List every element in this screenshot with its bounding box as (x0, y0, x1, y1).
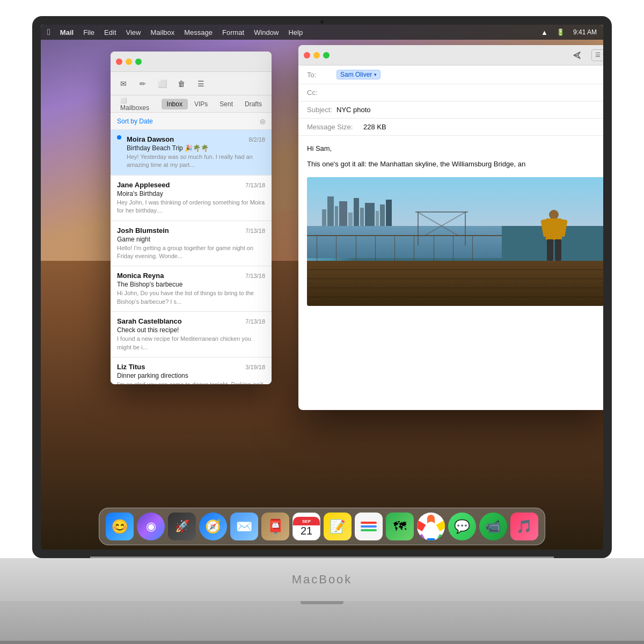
menubar-time: 9:41 AM (573, 28, 597, 36)
dock-finder[interactable]: 😊 (106, 513, 134, 540)
nyc-photo (307, 177, 603, 306)
compose-minimize-button[interactable] (313, 52, 320, 58)
tab-vips[interactable]: VIPs (189, 99, 213, 109)
to-field-row: To: Sam Oliver ▾ (298, 65, 603, 84)
macbook-frame:  Mail File Edit View Mailbox Message Fo… (32, 16, 612, 558)
recipient-token[interactable]: Sam Oliver ▾ (336, 70, 380, 79)
close-button[interactable] (116, 58, 122, 65)
send-icon (573, 51, 581, 60)
screen:  Mail File Edit View Mailbox Message Fo… (41, 25, 603, 550)
menubar-format[interactable]: Format (222, 28, 244, 36)
message-subject: Check out this recipe! (117, 326, 265, 334)
compose-maximize-button[interactable] (323, 52, 330, 58)
recipient-chevron[interactable]: ▾ (374, 72, 377, 77)
tab-mailboxes[interactable]: ⬜ Mailboxes (115, 95, 160, 113)
message-sender: Josh Blumstein (117, 226, 169, 235)
dock-stamp[interactable]: 📮 (261, 513, 289, 540)
list-item[interactable]: Josh Blumstein 7/13/18 Game night Hello!… (111, 221, 272, 267)
macbook-base (0, 601, 644, 644)
compose-close-button[interactable] (304, 52, 310, 58)
macbook-feet (0, 641, 644, 644)
dock-calendar[interactable]: SEP 21 (292, 513, 320, 540)
dock-photos[interactable] (417, 513, 445, 540)
message-subject: Moira's Birthday (117, 190, 265, 197)
cc-input[interactable] (336, 89, 603, 97)
dock-messages[interactable]: 💬 (448, 513, 476, 540)
compose-icon[interactable]: ✏ (135, 76, 150, 91)
dock-itunes[interactable]: 🎵 (510, 513, 538, 540)
tab-sent[interactable]: Sent (214, 99, 238, 109)
compose-window[interactable]: ☰ ▾ To: Sam Oliver ▾ Cc: (298, 45, 603, 410)
trash-icon[interactable]: 🗑 (174, 76, 189, 91)
subject-label: Subject: (307, 106, 336, 114)
dock-reminders[interactable] (355, 513, 383, 540)
filter-icon[interactable]: ◎ (260, 118, 265, 125)
list-item[interactable]: Sarah Castelblanco 7/13/18 Check out thi… (111, 312, 272, 357)
message-list: Moira Dawson 8/2/18 Birthday Beach Trip … (111, 130, 272, 384)
message-preview: I found a new recipe for Mediterranean c… (117, 335, 265, 352)
menubar-window[interactable]: Window (254, 28, 279, 36)
mail-toolbar: ✉ ✏ ⬜ 🗑 ☰ (111, 72, 272, 96)
list-button[interactable]: ☰ ▾ (591, 49, 603, 61)
menubar-battery: 🔋 (557, 28, 565, 36)
subject-value: NYC photo (336, 106, 603, 114)
size-label: Message Size: (307, 123, 363, 131)
send-button[interactable] (570, 48, 584, 62)
menubar-view[interactable]: View (126, 28, 141, 36)
message-date: 7/13/18 (245, 273, 265, 279)
recipient-name: Sam Oliver (340, 71, 372, 78)
menubar:  Mail File Edit View Mailbox Message Fo… (41, 25, 603, 40)
macbook-outer:  Mail File Edit View Mailbox Message Fo… (0, 0, 644, 644)
menubar-message[interactable]: Message (184, 28, 213, 36)
message-sender: Moira Dawson (127, 135, 174, 143)
dock-maps[interactable]: 🗺 (386, 513, 414, 540)
tab-inbox[interactable]: Inbox (162, 99, 188, 109)
subject-field-row: Subject: NYC photo (298, 101, 603, 119)
list-item[interactable]: Monica Reyna 7/13/18 The Bishop's barbec… (111, 266, 272, 312)
tab-drafts[interactable]: Drafts (239, 99, 267, 109)
message-date: 7/13/18 (245, 318, 265, 325)
dock-siri[interactable]: ◉ (137, 513, 165, 540)
size-field-row: Message Size: 228 KB (298, 119, 603, 136)
message-sender: Liz Titus (117, 363, 145, 371)
mail-icon[interactable]: ✉ (116, 76, 131, 91)
menubar-edit[interactable]: Edit (104, 28, 116, 36)
menubar-mailbox[interactable]: Mailbox (150, 28, 174, 36)
message-date: 7/13/18 (245, 182, 265, 188)
dock-mail[interactable]: ✉️ (230, 513, 258, 540)
dock: 😊 ◉ 🚀 🧭 ✉️ � (99, 508, 545, 545)
mail-window-titlebar (111, 52, 272, 72)
unread-indicator (117, 135, 121, 140)
cc-label: Cc: (307, 89, 336, 97)
sort-bar[interactable]: Sort by Date ◎ (111, 113, 272, 130)
move-icon[interactable]: ☰ (193, 76, 208, 91)
message-subject: Game night (117, 236, 265, 243)
compose-body: Hi Sam, This one's got it all: the Manha… (298, 136, 603, 314)
archive-icon[interactable]: ⬜ (155, 76, 170, 91)
dock-notes[interactable]: 📝 (324, 513, 352, 540)
mail-list-window[interactable]: ✉ ✏ ⬜ 🗑 ☰ ⬜ Mailboxes Inbox VIPs Sent Dr… (111, 52, 272, 384)
greeting-text: Hi Sam, (307, 144, 603, 152)
dock-facetime[interactable]: 📹 (479, 513, 507, 540)
menubar-mail[interactable]: Mail (60, 28, 74, 36)
compose-titlebar: ☰ ▾ (298, 45, 603, 65)
dock-safari[interactable]: 🧭 (199, 513, 227, 540)
maximize-button[interactable] (135, 58, 142, 65)
list-item[interactable]: Liz Titus 3/19/18 Dinner parking directi… (111, 357, 272, 384)
macbook-chin: MacBook (0, 558, 644, 601)
macbook-label: MacBook (292, 573, 353, 587)
message-sender: Jane Appleseed (117, 181, 170, 189)
menubar-wifi[interactable]: ▲ (541, 28, 548, 36)
message-preview: Hi John, Do you have the list of things … (117, 289, 265, 306)
minimize-button[interactable] (126, 58, 132, 65)
message-date: 3/19/18 (245, 364, 265, 370)
list-item[interactable]: Jane Appleseed 7/13/18 Moira's Birthday … (111, 175, 272, 221)
apple-menu[interactable]:  (47, 27, 50, 37)
menubar-file[interactable]: File (83, 28, 94, 36)
cc-field-row: Cc: (298, 84, 603, 101)
dock-launchpad[interactable]: 🚀 (168, 513, 196, 540)
sort-label[interactable]: Sort by Date (117, 118, 153, 125)
list-item[interactable]: Moira Dawson 8/2/18 Birthday Beach Trip … (111, 130, 272, 175)
message-subject: The Bishop's barbecue (117, 281, 265, 288)
menubar-help[interactable]: Help (288, 28, 303, 36)
